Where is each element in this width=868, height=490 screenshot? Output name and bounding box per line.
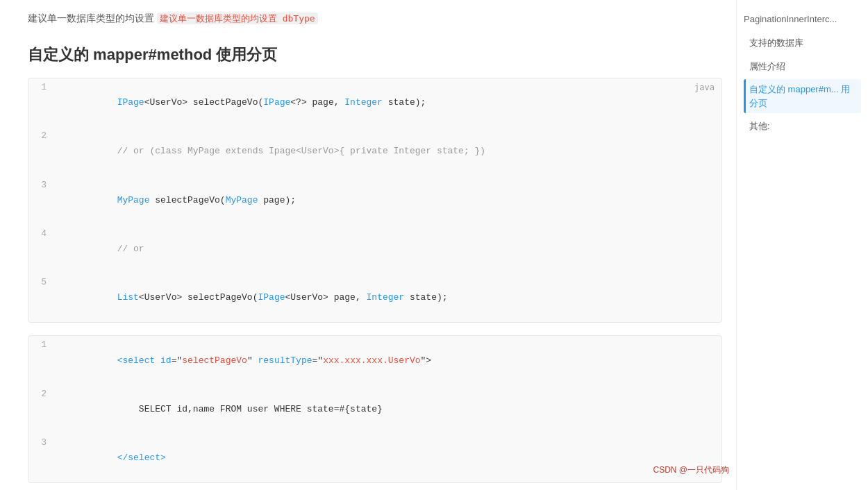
code-token: <UserVo> selectPageVo(: [144, 97, 264, 108]
code-line: List<UserVo> selectPageVo(IPage<UserVo> …: [49, 273, 721, 322]
sidebar-item-databases[interactable]: 支持的数据库: [744, 33, 861, 53]
code-token: =": [312, 355, 324, 366]
code-token: selectPageVo: [182, 355, 247, 366]
top-note-text: 建议单一数据库类型的均设置: [28, 12, 157, 24]
sidebar-item-attributes[interactable]: 属性介绍: [744, 56, 861, 77]
code-token: MyPage: [226, 195, 258, 205]
sidebar-item-mapper[interactable]: 自定义的 mapper#m... 用分页: [744, 79, 861, 113]
code-token: IPage: [263, 97, 290, 108]
code-token: List: [117, 292, 139, 303]
code-token: <UserVo> selectPageVo(: [139, 292, 258, 303]
code-table-1: 1 IPage<UserVo> selectPageVo(IPage<?> pa…: [28, 78, 721, 322]
code-token: <select: [117, 355, 156, 366]
table-row: 1 <select id="selectPageVo" resultType="…: [28, 336, 721, 385]
top-note-code: 建议单一数据库类型的均设置 dbType: [157, 12, 318, 24]
sidebar-item-other[interactable]: 其他:: [744, 116, 861, 137]
table-row: 3 </select>: [28, 434, 721, 482]
line-number: 1: [28, 78, 49, 127]
code-token: Integer: [367, 292, 405, 303]
sidebar: PaginationInnerInterc... 支持的数据库 属性介绍 自定义…: [736, 0, 868, 490]
line-number: 2: [28, 385, 49, 434]
table-row: 4 // or: [28, 225, 721, 273]
line-number: 3: [28, 434, 49, 482]
code-token: // or: [117, 244, 144, 254]
section1-title: 自定义的 mapper#method 使用分页: [28, 44, 722, 65]
code-line: MyPage selectPageVo(MyPage page);: [49, 176, 721, 225]
code-token: selectPageVo(: [149, 195, 225, 205]
line-number: 5: [28, 273, 49, 322]
code-line: // or (class MyPage extends Ipage<UserVo…: [49, 127, 721, 176]
main-content: 建议单一数据库类型的均设置 建议单一数据库类型的均设置 dbType 自定义的 …: [0, 0, 750, 490]
code-token: IPage: [258, 292, 285, 303]
line-number: 4: [28, 225, 49, 273]
sidebar-title: PaginationInnerInterc...: [744, 14, 861, 24]
csdn-watermark: CSDN @一只代码狗: [653, 464, 729, 476]
code-line: </select>: [49, 434, 721, 482]
code-line: <select id="selectPageVo" resultType="xx…: [49, 336, 721, 385]
code-block-xml: 1 <select id="selectPageVo" resultType="…: [28, 335, 722, 483]
code-token: Integer: [344, 97, 383, 108]
code-token: ": [247, 355, 253, 366]
code-token: state);: [383, 97, 426, 108]
code-token: <?> page,: [290, 97, 344, 108]
code-line: IPage<UserVo> selectPageVo(IPage<?> page…: [49, 78, 721, 127]
table-row: 2 // or (class MyPage extends Ipage<User…: [28, 127, 721, 176]
code-token: // or (class MyPage extends Ipage<UserVo…: [117, 146, 486, 156]
code-lang-java: java: [694, 83, 715, 92]
table-row: 3 MyPage selectPageVo(MyPage page);: [28, 176, 721, 225]
line-number: 3: [28, 176, 49, 225]
code-token: ">: [421, 355, 432, 366]
code-token: MyPage: [117, 195, 150, 205]
table-row: 1 IPage<UserVo> selectPageVo(IPage<?> pa…: [28, 78, 721, 127]
code-token: state);: [404, 292, 447, 303]
code-token: id: [155, 355, 171, 366]
top-note: 建议单一数据库类型的均设置 建议单一数据库类型的均设置 dbType: [28, 7, 722, 25]
code-token: </select>: [117, 453, 166, 463]
code-token: page);: [258, 195, 296, 205]
table-row: 5 List<UserVo> selectPageVo(IPage<UserVo…: [28, 273, 721, 322]
code-block-java: java 1 IPage<UserVo> selectPageVo(IPage<…: [28, 78, 722, 323]
code-table-2: 1 <select id="selectPageVo" resultType="…: [28, 336, 721, 482]
code-line: // or: [49, 225, 721, 273]
code-token: =": [172, 355, 183, 366]
code-token: xxx.xxx.xxx.UserVo: [323, 355, 420, 366]
code-line: SELECT id,name FROM user WHERE state=#{s…: [49, 385, 721, 434]
table-row: 2 SELECT id,name FROM user WHERE state=#…: [28, 385, 721, 434]
code-token: IPage: [117, 97, 144, 108]
code-token: SELECT id,name FROM user WHERE state=#{s…: [117, 404, 383, 414]
line-number: 2: [28, 127, 49, 176]
code-token: resultType: [253, 355, 312, 366]
line-number: 1: [28, 336, 49, 385]
code-token: <UserVo> page,: [285, 292, 367, 303]
